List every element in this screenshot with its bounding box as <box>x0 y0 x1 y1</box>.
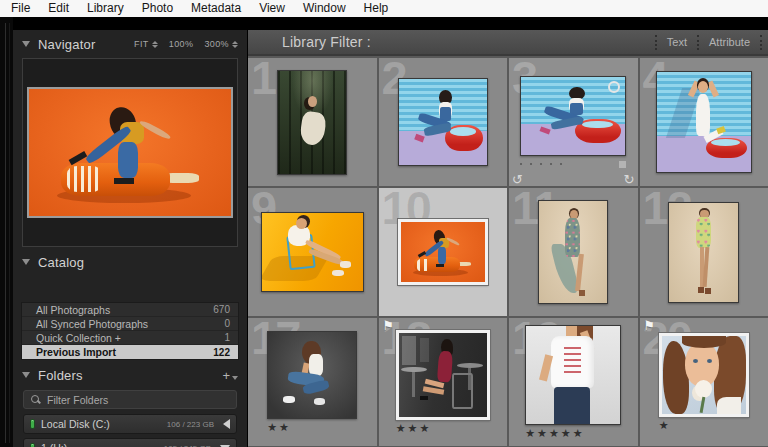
zoom-option-label: 100% <box>169 39 194 49</box>
navigator-preview-photo[interactable] <box>27 87 233 218</box>
menu-window[interactable]: Window <box>294 0 355 17</box>
menu-help[interactable]: Help <box>355 0 398 17</box>
navigator-zoom-options: FIT100%300% <box>134 39 238 49</box>
thumb-art <box>698 287 704 293</box>
zoom-option-label: FIT <box>134 39 149 49</box>
photo-cell-3[interactable]: 3↺↻ <box>509 58 638 186</box>
filter-folders-input[interactable]: Filter Folders <box>23 390 237 409</box>
menu-photo[interactable]: Photo <box>133 0 182 17</box>
drive-expander-icon[interactable] <box>223 419 230 429</box>
thumb-art <box>402 336 416 365</box>
drive-local-disk-c[interactable]: Local Disk (C:)106 / 223 GB <box>23 414 237 434</box>
menu-metadata[interactable]: Metadata <box>182 0 250 17</box>
thumb-art <box>67 166 101 191</box>
catalog-item-count: 1 <box>224 332 230 343</box>
thumb-art <box>696 217 710 248</box>
filter-option-text[interactable]: Text <box>667 36 687 48</box>
photo-thumbnail[interactable] <box>261 212 364 292</box>
folders-header[interactable]: Folders + <box>13 365 247 385</box>
star-rating[interactable]: ★ <box>659 419 749 431</box>
navigator-preview[interactable] <box>22 58 238 247</box>
thumb-art <box>579 290 586 296</box>
catalog-item-all-photographs[interactable]: All Photographs670 <box>22 303 238 317</box>
photo-cell-17[interactable]: 17★★ <box>248 318 377 446</box>
zoom-option-300[interactable]: 300% <box>204 39 238 49</box>
photo-cell-20[interactable]: 20⚑★ <box>640 318 768 446</box>
thumb-art <box>695 380 712 398</box>
photo-cell-10[interactable]: 10 <box>379 188 508 316</box>
drive-1-h[interactable]: 1 (H:)105 / 245 GB <box>23 438 237 447</box>
photo-cell-12[interactable]: 12 <box>640 188 768 316</box>
star-rating[interactable]: ★★★ <box>396 422 490 434</box>
filter-option-attribute[interactable]: Attribute <box>709 36 750 48</box>
star-rating[interactable]: ★★ <box>267 421 357 433</box>
catalog-header[interactable]: Catalog <box>13 252 247 272</box>
thumb-art <box>420 338 429 362</box>
photo-cell-1[interactable]: 1 <box>248 58 377 186</box>
photo-thumbnail[interactable] <box>398 78 488 166</box>
rating-dot-icon <box>560 163 562 165</box>
thumb-art <box>705 288 711 294</box>
photo-thumbnail[interactable] <box>525 325 621 425</box>
thumb-art <box>696 94 710 136</box>
down-arrow-icon <box>152 45 158 48</box>
photo-thumbnail[interactable] <box>520 76 626 156</box>
photo-thumbnail[interactable] <box>396 330 490 420</box>
pick-flag-icon[interactable]: ⚑ <box>644 318 656 333</box>
rotate-left-icon[interactable]: ↺ <box>512 172 523 186</box>
photo-thumbnail[interactable] <box>398 219 488 285</box>
menu-file[interactable]: File <box>2 0 39 17</box>
grid-area: Library Filter : TextAttribute 123↺↻4910… <box>248 30 768 447</box>
photo-thumbnail[interactable] <box>267 331 357 419</box>
drive-label: 1 (H:) <box>41 442 158 447</box>
navigator-header[interactable]: Navigator FIT100%300% <box>13 34 247 54</box>
photo-cell-4[interactable]: 4 <box>640 58 768 186</box>
photo-cell-2[interactable]: 2 <box>379 58 508 186</box>
chevron-down-icon <box>232 376 238 380</box>
photo-cell-18[interactable]: 18⚑★★★ <box>379 318 508 446</box>
thumb-art <box>700 397 706 413</box>
catalog-item-all-synced-photographs[interactable]: All Synced Photographs0 <box>22 317 238 331</box>
star-rating[interactable]: ★★★★★ <box>525 427 621 439</box>
menu-library[interactable]: Library <box>78 0 133 17</box>
zoom-option-100[interactable]: 100% <box>169 39 194 49</box>
photo-thumbnail[interactable] <box>659 333 749 417</box>
catalog-list: All Photographs670All Synced Photographs… <box>21 302 239 360</box>
pick-flag-icon[interactable]: ⚑ <box>383 318 395 333</box>
photo-thumbnail[interactable] <box>538 200 608 304</box>
photo-grid: 123↺↻4910111217★★18⚑★★★19★★★★★20⚑★ <box>248 56 768 446</box>
separator <box>760 35 762 50</box>
catalog-item-count: 670 <box>213 304 230 315</box>
menu-edit[interactable]: Edit <box>39 0 78 17</box>
photo-thumbnail[interactable] <box>668 202 739 303</box>
photo-thumbnail[interactable] <box>656 71 752 173</box>
thumb-art <box>420 396 428 400</box>
catalog-item-label: Quick Collection + <box>36 332 224 344</box>
rating-dots[interactable] <box>520 163 562 165</box>
thumb-art <box>417 259 431 271</box>
drive-usage: 105 / 245 GB <box>164 444 211 447</box>
separator <box>655 35 657 50</box>
photo-thumbnail[interactable] <box>277 70 347 175</box>
thumb-hover-bar <box>520 160 626 168</box>
filter-options: TextAttribute <box>655 35 762 50</box>
menu-bar: FileEditLibraryPhotoMetadataViewWindowHe… <box>0 0 768 17</box>
thumb-stack <box>668 202 739 303</box>
catalog-item-quick-collection[interactable]: Quick Collection +1 <box>22 331 238 345</box>
thumb-stack: ★★★ <box>396 330 490 434</box>
add-folder-button[interactable]: + <box>222 370 238 381</box>
catalog-item-previous-import[interactable]: Previous Import122 <box>22 345 238 359</box>
down-arrow-icon <box>232 45 238 48</box>
menu-view[interactable]: View <box>250 0 294 17</box>
left-panel-rail[interactable] <box>0 17 13 447</box>
rotate-right-icon[interactable]: ↻ <box>624 172 635 186</box>
folders-drive-list: Local Disk (C:)106 / 223 GB1 (H:)105 / 2… <box>13 414 247 447</box>
collapse-triangle-icon <box>22 41 30 47</box>
thumb-art <box>283 396 294 403</box>
thumb-art <box>554 387 590 424</box>
zoom-option-fit[interactable]: FIT <box>134 39 158 49</box>
photo-cell-11[interactable]: 11 <box>509 188 638 316</box>
photo-cell-9[interactable]: 9 <box>248 188 377 316</box>
thumb-art <box>114 178 134 184</box>
photo-cell-19[interactable]: 19★★★★★ <box>509 318 638 446</box>
